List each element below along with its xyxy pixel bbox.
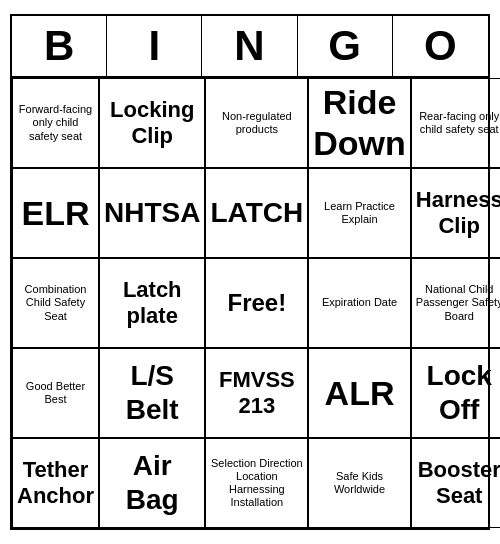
bingo-cell-11: Latch plate (99, 258, 205, 348)
bingo-cell-19: Lock Off (411, 348, 500, 438)
header-letter-g: G (298, 16, 393, 76)
header-letter-b: B (12, 16, 107, 76)
bingo-cell-7: LATCH (205, 168, 308, 258)
header-letter-o: O (393, 16, 488, 76)
bingo-cell-3: Ride Down (308, 78, 411, 168)
bingo-cell-22: Selection Direction Location Harnessing … (205, 438, 308, 528)
bingo-cell-18: ALR (308, 348, 411, 438)
bingo-header: BINGO (12, 16, 488, 78)
bingo-cell-9: Harness Clip (411, 168, 500, 258)
bingo-card: BINGO Forward-facing only child safety s… (10, 14, 490, 530)
bingo-cell-23: Safe Kids Worldwide (308, 438, 411, 528)
header-letter-i: I (107, 16, 202, 76)
bingo-grid: Forward-facing only child safety seatLoc… (12, 78, 488, 528)
bingo-cell-10: Combination Child Safety Seat (12, 258, 99, 348)
bingo-cell-8: Learn Practice Explain (308, 168, 411, 258)
bingo-cell-12: Free! (205, 258, 308, 348)
bingo-cell-0: Forward-facing only child safety seat (12, 78, 99, 168)
bingo-cell-2: Non-regulated products (205, 78, 308, 168)
bingo-cell-16: L/S Belt (99, 348, 205, 438)
bingo-cell-24: Booster Seat (411, 438, 500, 528)
bingo-cell-14: National Child Passenger Safety Board (411, 258, 500, 348)
bingo-cell-1: Locking Clip (99, 78, 205, 168)
bingo-cell-6: NHTSA (99, 168, 205, 258)
bingo-cell-4: Rear-facing only child safety seat (411, 78, 500, 168)
bingo-cell-17: FMVSS 213 (205, 348, 308, 438)
header-letter-n: N (202, 16, 297, 76)
bingo-cell-15: Good Better Best (12, 348, 99, 438)
bingo-cell-13: Expiration Date (308, 258, 411, 348)
bingo-cell-20: Tether Anchor (12, 438, 99, 528)
bingo-cell-5: ELR (12, 168, 99, 258)
bingo-cell-21: Air Bag (99, 438, 205, 528)
